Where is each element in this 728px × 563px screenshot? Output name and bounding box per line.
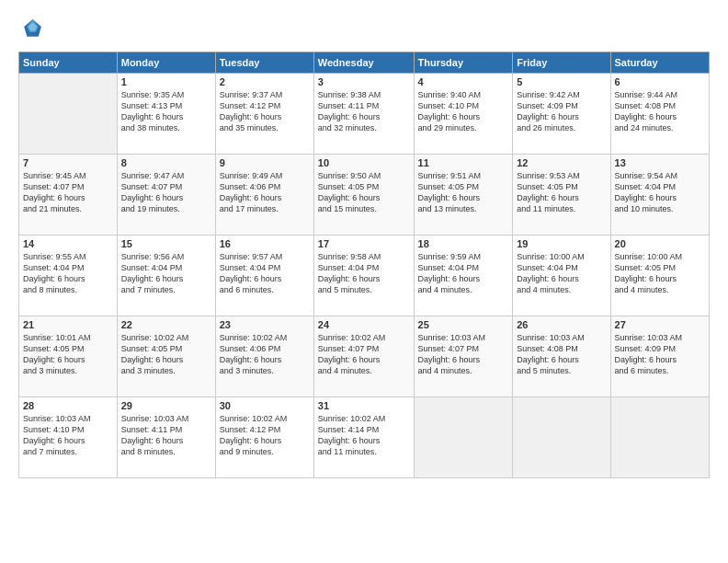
day-number: 5 bbox=[517, 76, 606, 87]
calendar-cell: 4Sunrise: 9:40 AM Sunset: 4:10 PM Daylig… bbox=[414, 74, 513, 155]
calendar-cell: 27Sunrise: 10:03 AM Sunset: 4:09 PM Dayl… bbox=[610, 316, 709, 397]
calendar-cell: 23Sunrise: 10:02 AM Sunset: 4:06 PM Dayl… bbox=[215, 316, 313, 397]
day-info: Sunrise: 10:02 AM Sunset: 4:12 PM Daylig… bbox=[220, 413, 310, 458]
day-number: 1 bbox=[121, 76, 211, 87]
day-info: Sunrise: 9:50 AM Sunset: 4:05 PM Dayligh… bbox=[318, 170, 410, 215]
calendar-cell: 26Sunrise: 10:03 AM Sunset: 4:08 PM Dayl… bbox=[513, 316, 610, 397]
header bbox=[18, 17, 710, 42]
day-number: 2 bbox=[220, 76, 310, 87]
day-info: Sunrise: 9:54 AM Sunset: 4:04 PM Dayligh… bbox=[615, 170, 705, 215]
calendar-cell: 20Sunrise: 10:00 AM Sunset: 4:05 PM Dayl… bbox=[610, 236, 709, 316]
calendar-cell: 16Sunrise: 9:57 AM Sunset: 4:04 PM Dayli… bbox=[215, 236, 313, 316]
day-number: 3 bbox=[318, 76, 410, 87]
day-number: 31 bbox=[318, 400, 410, 411]
day-number: 28 bbox=[23, 400, 113, 411]
day-info: Sunrise: 10:02 AM Sunset: 4:06 PM Daylig… bbox=[220, 332, 310, 377]
day-number: 6 bbox=[615, 76, 705, 87]
calendar-cell bbox=[513, 397, 610, 478]
day-info: Sunrise: 10:03 AM Sunset: 4:08 PM Daylig… bbox=[517, 332, 606, 377]
day-info: Sunrise: 10:03 AM Sunset: 4:09 PM Daylig… bbox=[615, 332, 705, 377]
day-info: Sunrise: 10:02 AM Sunset: 4:14 PM Daylig… bbox=[318, 413, 410, 458]
calendar-cell: 15Sunrise: 9:56 AM Sunset: 4:04 PM Dayli… bbox=[117, 236, 215, 316]
day-info: Sunrise: 9:40 AM Sunset: 4:10 PM Dayligh… bbox=[418, 89, 509, 134]
day-number: 12 bbox=[517, 157, 606, 168]
day-info: Sunrise: 9:37 AM Sunset: 4:12 PM Dayligh… bbox=[220, 89, 310, 134]
day-info: Sunrise: 9:42 AM Sunset: 4:09 PM Dayligh… bbox=[517, 89, 606, 134]
day-number: 13 bbox=[615, 157, 705, 168]
calendar-day-header: Friday bbox=[513, 52, 610, 74]
page: SundayMondayTuesdayWednesdayThursdayFrid… bbox=[0, 0, 728, 563]
calendar-cell: 9Sunrise: 9:49 AM Sunset: 4:06 PM Daylig… bbox=[215, 155, 313, 236]
day-number: 22 bbox=[121, 319, 211, 330]
calendar-cell: 21Sunrise: 10:01 AM Sunset: 4:05 PM Dayl… bbox=[19, 316, 118, 397]
calendar-cell bbox=[414, 397, 513, 478]
calendar-day-header: Wednesday bbox=[313, 52, 414, 74]
day-number: 18 bbox=[418, 238, 509, 249]
day-info: Sunrise: 10:02 AM Sunset: 4:07 PM Daylig… bbox=[318, 332, 410, 377]
logo bbox=[18, 17, 48, 42]
calendar-cell: 31Sunrise: 10:02 AM Sunset: 4:14 PM Dayl… bbox=[313, 397, 414, 478]
day-number: 4 bbox=[418, 76, 509, 87]
day-info: Sunrise: 10:03 AM Sunset: 4:10 PM Daylig… bbox=[23, 413, 113, 458]
calendar-day-header: Saturday bbox=[610, 52, 709, 74]
calendar-cell: 7Sunrise: 9:45 AM Sunset: 4:07 PM Daylig… bbox=[19, 155, 118, 236]
day-number: 24 bbox=[318, 319, 410, 330]
calendar-week-row: 14Sunrise: 9:55 AM Sunset: 4:04 PM Dayli… bbox=[19, 236, 710, 316]
day-info: Sunrise: 10:03 AM Sunset: 4:07 PM Daylig… bbox=[418, 332, 509, 377]
calendar-table: SundayMondayTuesdayWednesdayThursdayFrid… bbox=[18, 52, 710, 478]
day-number: 11 bbox=[418, 157, 509, 168]
day-number: 29 bbox=[121, 400, 211, 411]
day-number: 23 bbox=[220, 319, 310, 330]
day-info: Sunrise: 9:49 AM Sunset: 4:06 PM Dayligh… bbox=[220, 170, 310, 215]
day-info: Sunrise: 9:35 AM Sunset: 4:13 PM Dayligh… bbox=[121, 89, 211, 134]
day-info: Sunrise: 9:53 AM Sunset: 4:05 PM Dayligh… bbox=[517, 170, 606, 215]
day-info: Sunrise: 9:47 AM Sunset: 4:07 PM Dayligh… bbox=[121, 170, 211, 215]
calendar-cell: 10Sunrise: 9:50 AM Sunset: 4:05 PM Dayli… bbox=[313, 155, 414, 236]
calendar-day-header: Thursday bbox=[414, 52, 513, 74]
day-number: 27 bbox=[615, 319, 705, 330]
day-info: Sunrise: 10:00 AM Sunset: 4:04 PM Daylig… bbox=[517, 251, 606, 296]
day-info: Sunrise: 10:03 AM Sunset: 4:11 PM Daylig… bbox=[121, 413, 211, 458]
calendar-day-header: Sunday bbox=[19, 52, 118, 74]
calendar-header-row: SundayMondayTuesdayWednesdayThursdayFrid… bbox=[19, 52, 710, 74]
day-info: Sunrise: 10:02 AM Sunset: 4:05 PM Daylig… bbox=[121, 332, 211, 377]
calendar-cell: 17Sunrise: 9:58 AM Sunset: 4:04 PM Dayli… bbox=[313, 236, 414, 316]
calendar-cell: 11Sunrise: 9:51 AM Sunset: 4:05 PM Dayli… bbox=[414, 155, 513, 236]
calendar-cell: 18Sunrise: 9:59 AM Sunset: 4:04 PM Dayli… bbox=[414, 236, 513, 316]
day-info: Sunrise: 9:55 AM Sunset: 4:04 PM Dayligh… bbox=[23, 251, 113, 296]
day-info: Sunrise: 9:57 AM Sunset: 4:04 PM Dayligh… bbox=[220, 251, 310, 296]
day-info: Sunrise: 9:45 AM Sunset: 4:07 PM Dayligh… bbox=[23, 170, 113, 215]
calendar-cell: 29Sunrise: 10:03 AM Sunset: 4:11 PM Dayl… bbox=[117, 397, 215, 478]
calendar-week-row: 28Sunrise: 10:03 AM Sunset: 4:10 PM Dayl… bbox=[19, 397, 710, 478]
day-info: Sunrise: 9:44 AM Sunset: 4:08 PM Dayligh… bbox=[615, 89, 705, 134]
calendar-week-row: 7Sunrise: 9:45 AM Sunset: 4:07 PM Daylig… bbox=[19, 155, 710, 236]
day-number: 8 bbox=[121, 157, 211, 168]
day-number: 26 bbox=[517, 319, 606, 330]
calendar-cell: 24Sunrise: 10:02 AM Sunset: 4:07 PM Dayl… bbox=[313, 316, 414, 397]
day-info: Sunrise: 10:01 AM Sunset: 4:05 PM Daylig… bbox=[23, 332, 113, 377]
calendar-cell: 14Sunrise: 9:55 AM Sunset: 4:04 PM Dayli… bbox=[19, 236, 118, 316]
day-info: Sunrise: 10:00 AM Sunset: 4:05 PM Daylig… bbox=[615, 251, 705, 296]
calendar-week-row: 21Sunrise: 10:01 AM Sunset: 4:05 PM Dayl… bbox=[19, 316, 710, 397]
calendar-week-row: 1Sunrise: 9:35 AM Sunset: 4:13 PM Daylig… bbox=[19, 74, 710, 155]
day-info: Sunrise: 9:56 AM Sunset: 4:04 PM Dayligh… bbox=[121, 251, 211, 296]
calendar-cell: 30Sunrise: 10:02 AM Sunset: 4:12 PM Dayl… bbox=[215, 397, 313, 478]
day-number: 17 bbox=[318, 238, 410, 249]
calendar-cell bbox=[610, 397, 709, 478]
day-number: 25 bbox=[418, 319, 509, 330]
calendar-cell: 13Sunrise: 9:54 AM Sunset: 4:04 PM Dayli… bbox=[610, 155, 709, 236]
day-number: 30 bbox=[220, 400, 310, 411]
calendar-cell: 22Sunrise: 10:02 AM Sunset: 4:05 PM Dayl… bbox=[117, 316, 215, 397]
calendar-cell: 25Sunrise: 10:03 AM Sunset: 4:07 PM Dayl… bbox=[414, 316, 513, 397]
day-info: Sunrise: 9:38 AM Sunset: 4:11 PM Dayligh… bbox=[318, 89, 410, 134]
calendar-day-header: Monday bbox=[117, 52, 215, 74]
day-number: 20 bbox=[615, 238, 705, 249]
day-info: Sunrise: 9:59 AM Sunset: 4:04 PM Dayligh… bbox=[418, 251, 509, 296]
calendar-cell: 5Sunrise: 9:42 AM Sunset: 4:09 PM Daylig… bbox=[513, 74, 610, 155]
day-number: 10 bbox=[318, 157, 410, 168]
day-number: 19 bbox=[517, 238, 606, 249]
calendar-cell: 2Sunrise: 9:37 AM Sunset: 4:12 PM Daylig… bbox=[215, 74, 313, 155]
day-number: 7 bbox=[23, 157, 113, 168]
logo-icon bbox=[18, 17, 44, 42]
calendar-cell: 8Sunrise: 9:47 AM Sunset: 4:07 PM Daylig… bbox=[117, 155, 215, 236]
